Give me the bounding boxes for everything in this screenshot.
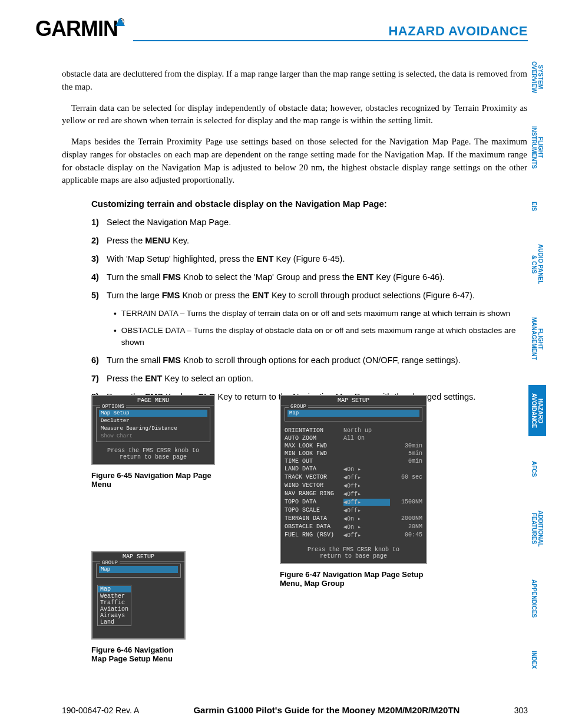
sidebar-tab[interactable]: ADDITIONAL FEATURES bbox=[528, 502, 546, 555]
figure-6-45: PAGE MENU OPTIONS Map Setup Declutter Me… bbox=[91, 395, 215, 489]
garmin-logo-triangle bbox=[115, 18, 125, 26]
figure-6-46: MAP SETUP GROUP Map Map Weather Traffic … bbox=[91, 551, 186, 663]
sidebar-tab[interactable]: AFCS bbox=[528, 453, 540, 485]
procedure-steps: 1)Select the Navigation Map Page. 2)Pres… bbox=[91, 216, 527, 302]
sidebar-tab[interactable]: AUDIO PANEL & CNS bbox=[528, 236, 546, 292]
sidebar-tab[interactable]: APPENDICES bbox=[528, 571, 540, 626]
sidebar-tab[interactable]: INDEX bbox=[528, 643, 540, 677]
doc-title: Garmin G1000 Pilot's Guide for the Moone… bbox=[193, 705, 459, 715]
page-number: 303 bbox=[514, 706, 528, 715]
doc-number: 190-00647-02 Rev. A bbox=[62, 706, 139, 715]
group-dropdown: Map Weather Traffic Aviation Airways Lan… bbox=[97, 585, 131, 626]
page-footer: 190-00647-02 Rev. A Garmin G1000 Pilot's… bbox=[62, 705, 528, 715]
sidebar-tab[interactable]: FLIGHT INSTRUMENTS bbox=[528, 118, 546, 177]
garmin-logo: GARMIN® bbox=[35, 17, 124, 41]
sidebar-tab[interactable]: FLIGHT MANAGEMENT bbox=[528, 309, 546, 368]
sidebar-tabs: SYSTEM OVERVIEWFLIGHT INSTRUMENTSEISAUDI… bbox=[528, 53, 555, 694]
figure-6-47: MAP SETUP GROUP Map ORIENTATIONNorth upA… bbox=[280, 395, 427, 588]
header-rule bbox=[133, 40, 528, 41]
paragraph: Maps besides the Terrain Proximity Page … bbox=[62, 136, 527, 187]
sidebar-tab[interactable]: HAZARD AVOIDANCE bbox=[528, 385, 546, 436]
paragraph: Terrain data can be selected for display… bbox=[62, 102, 527, 128]
procedure-title: Customizing terrain and obstacle display… bbox=[91, 197, 527, 210]
sidebar-tab[interactable]: SYSTEM OVERVIEW bbox=[528, 53, 546, 101]
sidebar-tab[interactable]: EIS bbox=[528, 193, 540, 219]
section-title: HAZARD AVOIDANCE bbox=[388, 24, 528, 39]
bullet: TERRAIN DATA – Turns the display of terr… bbox=[114, 308, 527, 319]
body-content: obstacle data are decluttered from the d… bbox=[62, 68, 527, 409]
paragraph: obstacle data are decluttered from the d… bbox=[62, 68, 527, 94]
bullet: OBSTACLE DATA – Turns the display of obs… bbox=[114, 325, 527, 348]
